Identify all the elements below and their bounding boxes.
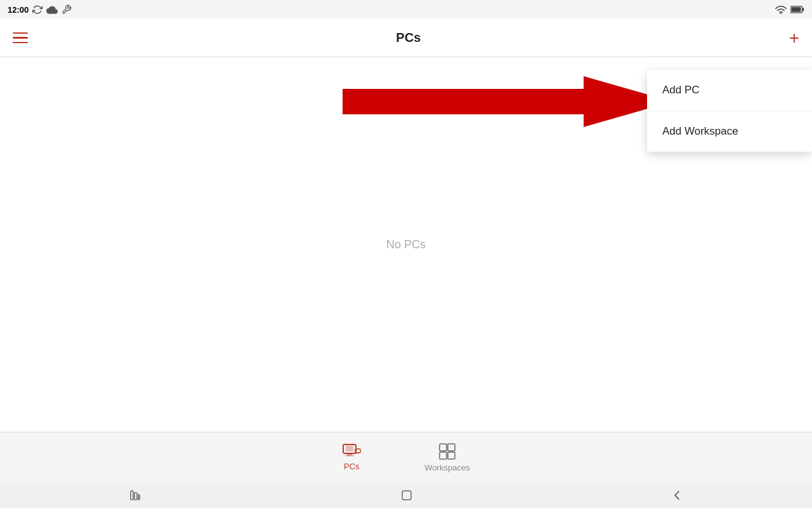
svg-rect-6 xyxy=(346,446,353,451)
wrench-icon xyxy=(62,4,72,15)
add-dropdown-menu: Add PC Add Workspace xyxy=(647,70,812,152)
tab-pcs[interactable]: PCs xyxy=(342,444,361,471)
svg-rect-11 xyxy=(440,444,447,451)
back-icon xyxy=(672,490,683,501)
arrow-annotation xyxy=(292,64,672,140)
battery-icon xyxy=(790,6,804,13)
svg-rect-3 xyxy=(791,7,801,12)
hamburger-menu-button[interactable] xyxy=(13,32,28,44)
sync-icon xyxy=(32,4,43,15)
tab-workspaces[interactable]: Workspaces xyxy=(424,443,469,472)
tab-workspaces-label: Workspaces xyxy=(424,463,469,472)
empty-state-label: No PCs xyxy=(386,238,426,251)
page-title: PCs xyxy=(396,30,421,45)
svg-rect-7 xyxy=(347,453,352,455)
svg-point-0 xyxy=(780,13,782,14)
pc-tab-icon xyxy=(342,444,361,459)
svg-rect-12 xyxy=(448,444,455,451)
svg-rect-17 xyxy=(138,495,140,500)
svg-rect-2 xyxy=(802,8,804,11)
status-left: 12:00 xyxy=(8,4,72,15)
svg-rect-8 xyxy=(345,455,354,457)
add-pc-menu-item[interactable]: Add PC xyxy=(647,70,812,111)
status-bar: 12:00 xyxy=(0,0,812,19)
system-nav-bar xyxy=(0,483,812,508)
add-button[interactable]: + xyxy=(789,29,799,47)
add-workspace-menu-item[interactable]: Add Workspace xyxy=(647,111,812,152)
status-right xyxy=(775,5,804,14)
svg-rect-15 xyxy=(131,491,133,500)
red-arrow-icon xyxy=(343,70,672,133)
home-button[interactable] xyxy=(400,488,414,502)
home-icon xyxy=(400,488,414,502)
app-bar: PCs + xyxy=(0,19,812,57)
back-button[interactable] xyxy=(672,490,683,501)
recents-icon xyxy=(129,489,141,502)
svg-marker-4 xyxy=(343,76,672,127)
svg-rect-14 xyxy=(448,452,455,459)
tab-bar: PCs Workspaces xyxy=(0,432,812,483)
cloud-icon xyxy=(46,5,58,14)
svg-rect-10 xyxy=(357,453,359,454)
tab-pcs-label: PCs xyxy=(344,462,360,471)
svg-rect-16 xyxy=(134,493,137,500)
time-display: 12:00 xyxy=(8,5,29,15)
wifi-icon xyxy=(775,5,787,14)
svg-rect-18 xyxy=(402,491,411,500)
svg-rect-13 xyxy=(440,452,447,459)
recents-button[interactable] xyxy=(129,489,141,502)
workspaces-tab-icon xyxy=(438,443,456,460)
